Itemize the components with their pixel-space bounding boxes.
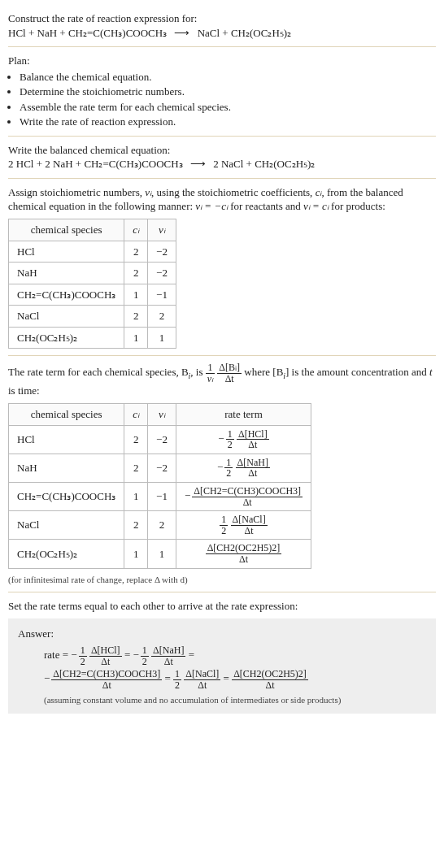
t: is time:	[8, 384, 40, 397]
sp: HCl	[9, 241, 124, 263]
rate-expression: rate = −12 Δ[HCl]Δt = −12 Δ[NaH]Δt =−Δ[C…	[18, 644, 426, 690]
sp: HCl	[9, 425, 124, 454]
sp: CH₂=C(CH₃)COOCH₃	[9, 284, 124, 306]
c: 2	[124, 425, 148, 454]
ci: cᵢ	[133, 408, 139, 420]
table-row: CH₂=C(CH₃)COOCH₃1−1−Δ[CH2=C(CH3)COOCH3]Δ…	[9, 482, 311, 510]
sp: NaCl	[9, 511, 124, 540]
infinitesimal-note: (for infinitesimal rate of change, repla…	[8, 574, 436, 586]
th: νᵢ	[148, 219, 176, 241]
c: 1	[124, 284, 148, 306]
tvar: t	[429, 366, 433, 378]
t: ] is the amount concentration and	[285, 366, 429, 378]
nu: −2	[148, 263, 176, 284]
prompt-lead: Construct the rate of reaction expressio…	[8, 11, 436, 26]
frac: 1νᵢ	[206, 362, 215, 384]
rate-term: −12 Δ[NaH]Δt	[176, 454, 311, 482]
set-equal-text: Set the rate terms equal to each other t…	[8, 599, 436, 614]
plan-item: Assemble the rate term for each chemical…	[20, 100, 436, 115]
arrow-icon: ⟶	[185, 158, 211, 170]
sp: CH₂=C(CH₃)COOCH₃	[9, 482, 124, 510]
num: Δ[Bᵢ]	[217, 362, 242, 374]
balanced-rhs: 2 NaCl + CH₂(OC₂H₅)₂	[213, 158, 315, 170]
sp: CH₂(OC₂H₅)₂	[9, 540, 124, 568]
c: 2	[124, 241, 148, 263]
divider	[8, 592, 436, 592]
table-row: HCl2−2	[9, 241, 176, 263]
frac: Δ[Bᵢ]Δt	[217, 362, 242, 384]
stoich-table: chemical species cᵢ νᵢ HCl2−2 NaH2−2 CH₂…	[8, 219, 176, 349]
table-row: NaH2−2−12 Δ[NaH]Δt	[9, 454, 311, 482]
eq: νᵢ = cᵢ	[303, 200, 329, 212]
table-row: NaH2−2	[9, 263, 176, 284]
nu: −1	[148, 284, 176, 306]
th: cᵢ	[124, 404, 148, 426]
prompt-rhs: NaCl + CH₂(OC₂H₅)₂	[198, 27, 291, 39]
nu: 1	[148, 327, 176, 349]
t: , is	[190, 366, 205, 378]
rate-term-text: The rate term for each chemical species,…	[8, 362, 436, 398]
c: 1	[124, 540, 148, 568]
t: for products:	[329, 200, 385, 212]
prompt-lhs: HCl + NaH + CH₂=C(CH₃)COOCH₃	[8, 27, 167, 39]
divider	[8, 136, 436, 137]
table-header-row: chemical species cᵢ νᵢ	[9, 219, 176, 241]
t: The rate term for each chemical species,…	[8, 366, 189, 378]
divider	[8, 46, 436, 47]
th: chemical species	[9, 404, 124, 426]
divider	[8, 355, 436, 356]
plan-item: Determine the stoichiometric numbers.	[20, 85, 436, 99]
rate-term: −Δ[CH2=C(CH3)COOCH3]Δt	[176, 482, 311, 510]
table-row: CH₂(OC₂H₅)₂11	[9, 327, 176, 349]
answer-note: (assuming constant volume and no accumul…	[18, 694, 426, 706]
nu: −2	[148, 241, 176, 263]
sp: NaH	[9, 263, 124, 284]
t: where [B	[244, 366, 283, 378]
answer-label: Answer:	[18, 627, 426, 641]
assign-text: Assign stoichiometric numbers, νᵢ, using…	[8, 185, 436, 214]
nu: 1	[148, 540, 176, 568]
nu: 2	[148, 306, 176, 328]
ci: cᵢ	[133, 224, 139, 236]
c: 1	[124, 482, 148, 510]
t: for reactants and	[228, 200, 303, 212]
nu: νᵢ	[159, 224, 165, 236]
table-header-row: chemical species cᵢ νᵢ rate term	[9, 404, 311, 426]
t: , using the stoichiometric coefficients,	[151, 186, 316, 198]
rate-term-table: chemical species cᵢ νᵢ rate term HCl2−2−…	[8, 403, 311, 568]
plan-item: Write the rate of reaction expression.	[20, 115, 436, 129]
plan-list: Balance the chemical equation. Determine…	[8, 70, 436, 129]
nu: νᵢ	[145, 186, 151, 198]
th: cᵢ	[124, 219, 148, 241]
th: rate term	[176, 404, 311, 426]
c: 2	[124, 454, 148, 482]
th: chemical species	[9, 219, 124, 241]
c: 2	[124, 511, 148, 540]
answer-box: Answer: rate = −12 Δ[HCl]Δt = −12 Δ[NaH]…	[8, 618, 436, 714]
balanced-head: Write the balanced chemical equation:	[8, 143, 436, 158]
table-row: CH₂=C(CH₃)COOCH₃1−1	[9, 284, 176, 306]
rate-term: 12 Δ[NaCl]Δt	[176, 511, 311, 540]
plan-head: Plan:	[8, 54, 436, 68]
den: νᵢ	[206, 374, 215, 384]
sp: CH₂(OC₂H₅)₂	[9, 327, 124, 349]
nu: νᵢ	[159, 408, 165, 420]
balanced-block: Write the balanced chemical equation: 2 …	[8, 143, 436, 171]
table-row: NaCl22	[9, 306, 176, 328]
divider	[8, 178, 436, 179]
plan-item: Balance the chemical equation.	[20, 70, 436, 85]
den: Δt	[217, 374, 242, 384]
plan-block: Plan: Balance the chemical equation. Det…	[8, 54, 436, 129]
balanced-lhs: 2 HCl + 2 NaH + CH₂=C(CH₃)COOCH₃	[8, 158, 183, 170]
rate-term: Δ[CH2(OC2H5)2]Δt	[176, 540, 311, 568]
sp: NaH	[9, 454, 124, 482]
table-row: HCl2−2−12 Δ[HCl]Δt	[9, 425, 311, 454]
prompt-equation: HCl + NaH + CH₂=C(CH₃)COOCH₃ ⟶ NaCl + CH…	[8, 26, 436, 41]
c: 2	[124, 263, 148, 284]
arrow-icon: ⟶	[169, 27, 194, 39]
table-row: CH₂(OC₂H₅)₂11Δ[CH2(OC2H5)2]Δt	[9, 540, 311, 568]
nu: −1	[148, 482, 176, 510]
c: 2	[124, 306, 148, 328]
t: Assign stoichiometric numbers,	[8, 186, 145, 198]
th: νᵢ	[148, 404, 176, 426]
